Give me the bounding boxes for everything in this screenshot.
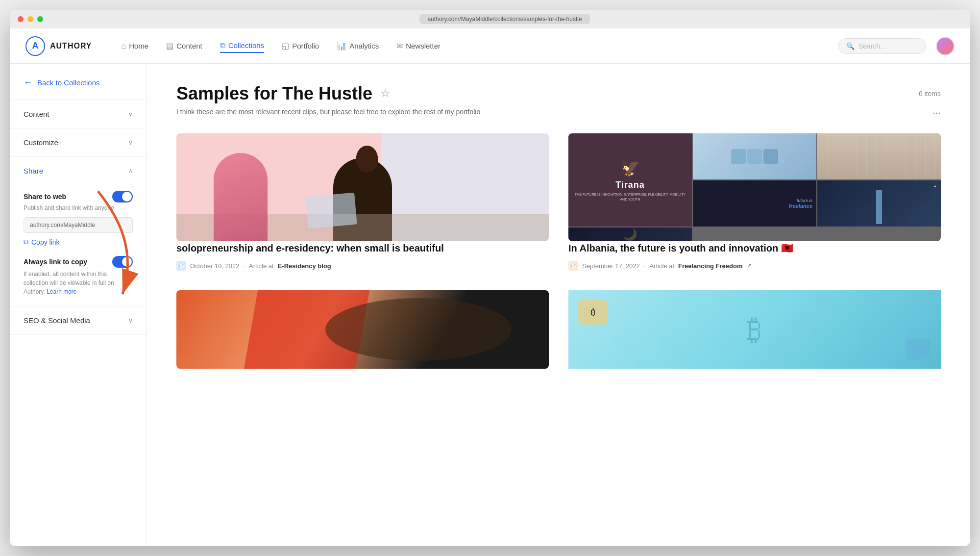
share-to-web-toggle[interactable] [112, 191, 133, 202]
collection-title: Samples for The Hustle ☆ [176, 83, 390, 104]
article-1-image [176, 133, 549, 241]
nav-collections[interactable]: ⧉ Collections [220, 39, 264, 53]
copy-icon: ⧉ [24, 238, 28, 246]
sidebar-section-content: Content ∨ [10, 100, 147, 128]
tirana-arch-cell [817, 133, 941, 179]
nav-portfolio[interactable]: ◱ Portfolio [282, 39, 319, 52]
article-4-image: ₿ ₿ [568, 290, 941, 369]
sidebar: ← Back to Collections Content ∨ Customiz… [10, 64, 147, 546]
content-icon: ▤ [166, 41, 173, 51]
article-2-title: In Albania, the future is youth and inno… [568, 241, 941, 255]
items-count: 6 items [919, 90, 941, 98]
url-bar[interactable]: authory.com/MayaMiddle/collections/sampl… [419, 14, 589, 24]
article-card-3[interactable] [176, 290, 549, 369]
article-card-4[interactable]: ₿ ₿ [568, 290, 941, 369]
analytics-icon: 📊 [337, 41, 346, 51]
tirana-freelance-cell: future is freelance [693, 180, 816, 227]
article-1-meta: 📄 October 10, 2022 · Article at E-Reside… [176, 261, 549, 271]
share-sub-text: Publish and share link with anyone [24, 204, 133, 211]
collection-description: I think these are the most relevant rece… [176, 108, 941, 116]
seo-section-header[interactable]: SEO & Social Media ∨ [10, 306, 147, 334]
tirana-main-cell: 🦅 Tirana THE FUTURE IS INNOVATION, ENTER… [568, 133, 692, 227]
sidebar-section-seo: SEO & Social Media ∨ [10, 306, 147, 335]
chevron-up-icon: ∨ [128, 168, 133, 175]
learn-more-link[interactable]: Learn more [47, 288, 76, 295]
portfolio-icon: ◱ [282, 41, 289, 51]
always-link-row: Always link to copy [24, 256, 133, 268]
close-dot[interactable] [18, 16, 24, 22]
chevron-down-icon-3: ∨ [128, 317, 133, 324]
nav-items: ⌂ Home ▤ Content ⧉ Collections ◱ Portfol… [122, 39, 838, 53]
always-link-toggle[interactable] [112, 256, 133, 268]
titlebar: authory.com/MayaMiddle/collections/sampl… [10, 10, 970, 28]
nav-home[interactable]: ⌂ Home [122, 40, 149, 52]
collection-title-row: Samples for The Hustle ☆ 6 items [176, 83, 941, 104]
tirana-night-cell: 🌙 [568, 227, 692, 241]
article-card-1[interactable]: solopreneurship and e-residency: when sm… [176, 133, 549, 271]
tirana-city-cell: ✦ [817, 180, 941, 227]
more-options-button[interactable]: ··· [932, 107, 941, 118]
collection-header: Samples for The Hustle ☆ 6 items I think… [176, 83, 941, 116]
article-2-source-icon: 📄 [568, 261, 578, 271]
sidebar-section-share: Share ∨ Share to web Publish and share l… [10, 157, 147, 306]
nav-content[interactable]: ▤ Content [166, 39, 202, 52]
share-content: Share to web Publish and share link with… [10, 185, 147, 306]
content-section-header[interactable]: Content ∨ [10, 100, 147, 128]
back-to-collections[interactable]: ← Back to Collections [10, 64, 147, 100]
url-bar-container: authory.com/MayaMiddle/collections/sampl… [47, 14, 962, 24]
article-card-2[interactable]: 🦅 Tirana THE FUTURE IS INNOVATION, ENTER… [568, 133, 941, 271]
customize-section-header[interactable]: Customize ∨ [10, 128, 147, 156]
tirana-meeting-cell [693, 133, 816, 179]
content-area: Samples for The Hustle ☆ 6 items I think… [147, 64, 970, 546]
user-avatar[interactable] [936, 37, 955, 55]
collections-icon: ⧉ [220, 41, 225, 50]
sidebar-section-customize: Customize ∨ [10, 128, 147, 157]
chevron-down-icon: ∨ [128, 111, 133, 118]
article-2-meta: 📄 September 17, 2022 · Article at Freela… [568, 261, 941, 271]
newsletter-icon: ✉ [396, 41, 403, 51]
articles-grid: solopreneurship and e-residency: when sm… [176, 133, 941, 369]
nav-analytics[interactable]: 📊 Analytics [337, 39, 379, 52]
copy-link-button[interactable]: ⧉ Copy link [24, 238, 133, 246]
maximize-dot[interactable] [37, 16, 43, 22]
nav-right: 🔍 Search... [838, 37, 955, 55]
article-1-title: solopreneurship and e-residency: when sm… [176, 241, 549, 255]
article-2-image: 🦅 Tirana THE FUTURE IS INNOVATION, ENTER… [568, 133, 941, 241]
share-to-web-row: Share to web [24, 191, 133, 202]
chevron-down-icon-2: ∨ [128, 139, 133, 146]
home-icon: ⌂ [122, 42, 126, 51]
logo-text: AUTHORY [50, 42, 92, 51]
main-layout: ← Back to Collections Content ∨ Customiz… [10, 64, 970, 546]
navbar: A AUTHORY ⌂ Home ▤ Content ⧉ Collections… [10, 28, 970, 64]
logo[interactable]: A AUTHORY [25, 36, 92, 56]
article-3-image [176, 290, 549, 369]
search-icon: 🔍 [846, 42, 855, 50]
logo-icon: A [25, 36, 45, 56]
external-link-icon: ↗ [747, 262, 752, 269]
search-bar[interactable]: 🔍 Search... [838, 38, 926, 54]
article-1-source-icon: 📄 [176, 261, 186, 271]
nav-newsletter[interactable]: ✉ Newsletter [396, 39, 441, 52]
back-arrow-icon: ← [24, 77, 32, 88]
tirana-eagle-icon: 🦅 [620, 158, 640, 177]
minimize-dot[interactable] [27, 16, 33, 22]
share-section-header[interactable]: Share ∨ [10, 157, 147, 185]
share-url-box[interactable]: authory.com/MayaMiddle [24, 217, 133, 233]
favorite-star-icon[interactable]: ☆ [380, 87, 390, 100]
always-link-desc: If enabled, all content within this coll… [24, 270, 133, 296]
